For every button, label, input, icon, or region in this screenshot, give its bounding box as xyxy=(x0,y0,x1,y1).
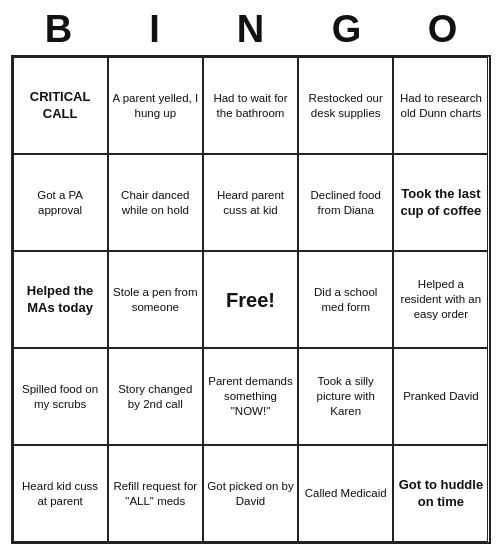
bingo-cell-9[interactable]: Took the last cup of coffee xyxy=(393,154,488,251)
bingo-cell-21[interactable]: Refill request for "ALL" meds xyxy=(108,445,203,542)
bingo-grid: CRITICAL CALLA parent yelled, I hung upH… xyxy=(11,55,491,544)
bingo-cell-16[interactable]: Story changed by 2nd call xyxy=(108,348,203,445)
free-space[interactable]: Free! xyxy=(203,251,298,348)
bingo-cell-14[interactable]: Helped a resident with an easy order xyxy=(393,251,488,348)
bingo-letter-n: N xyxy=(207,8,295,51)
bingo-cell-8[interactable]: Declined food from Diana xyxy=(298,154,393,251)
bingo-cell-3[interactable]: Restocked our desk supplies xyxy=(298,57,393,154)
bingo-letter-g: G xyxy=(303,8,391,51)
bingo-cell-15[interactable]: Spilled food on my scrubs xyxy=(13,348,108,445)
bingo-cell-2[interactable]: Had to wait for the bathroom xyxy=(203,57,298,154)
bingo-cell-0[interactable]: CRITICAL CALL xyxy=(13,57,108,154)
bingo-cell-1[interactable]: A parent yelled, I hung up xyxy=(108,57,203,154)
bingo-cell-7[interactable]: Heard parent cuss at kid xyxy=(203,154,298,251)
bingo-cell-4[interactable]: Had to research old Dunn charts xyxy=(393,57,488,154)
bingo-cell-18[interactable]: Took a silly picture with Karen xyxy=(298,348,393,445)
bingo-letter-b: B xyxy=(15,8,103,51)
bingo-letter-i: I xyxy=(111,8,199,51)
bingo-cell-17[interactable]: Parent demands something "NOW!" xyxy=(203,348,298,445)
bingo-cell-23[interactable]: Called Medicaid xyxy=(298,445,393,542)
bingo-header: BINGO xyxy=(11,0,491,55)
bingo-cell-24[interactable]: Got to huddle on time xyxy=(393,445,488,542)
bingo-cell-22[interactable]: Got picked on by David xyxy=(203,445,298,542)
bingo-cell-20[interactable]: Heard kid cuss at parent xyxy=(13,445,108,542)
bingo-cell-13[interactable]: Did a school med form xyxy=(298,251,393,348)
bingo-cell-19[interactable]: Pranked David xyxy=(393,348,488,445)
bingo-cell-5[interactable]: Got a PA approval xyxy=(13,154,108,251)
bingo-cell-11[interactable]: Stole a pen from someone xyxy=(108,251,203,348)
bingo-cell-10[interactable]: Helped the MAs today xyxy=(13,251,108,348)
bingo-cell-6[interactable]: Chair danced while on hold xyxy=(108,154,203,251)
bingo-letter-o: O xyxy=(399,8,487,51)
